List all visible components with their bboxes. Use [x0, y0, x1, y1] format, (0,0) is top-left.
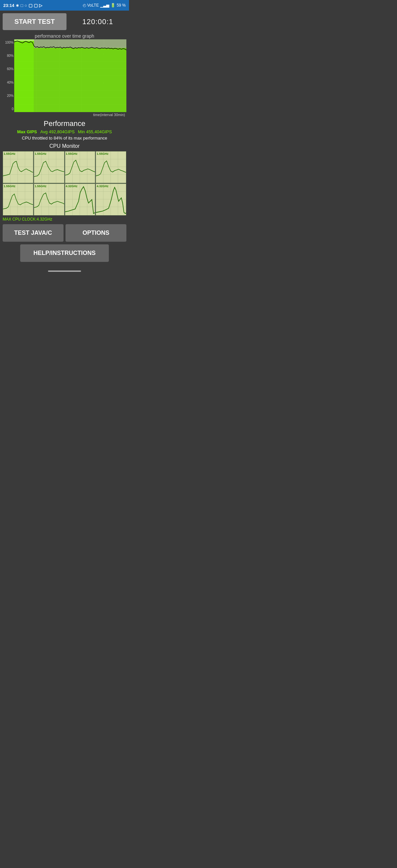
- nfc-icon: ○: [25, 3, 27, 8]
- youtube-icon: ▷: [39, 3, 42, 8]
- nav-indicator: [48, 271, 81, 272]
- instagram2-icon: ▢: [34, 3, 38, 8]
- cpu-cell-1: 1.55GHz: [3, 151, 33, 183]
- perf-avg: Avg 492,804GIPS: [40, 129, 75, 134]
- status-bar: 23:14 ∗ □ ○ ▢ ▢ ▷ ◴ VoLTE ▁▃▅ 🔋 59 %: [0, 0, 129, 10]
- notification-icon: □: [21, 3, 23, 8]
- svg-rect-16: [34, 39, 126, 48]
- perf-metrics: Max GIPS Avg 492,804GIPS Min 455,404GIPS: [3, 129, 126, 134]
- top-row: START TEST 120:00:1: [3, 13, 126, 30]
- cpu-freq-5: 1.55GHz: [4, 185, 16, 188]
- battery-icon: 🔋: [111, 3, 116, 8]
- bluetooth-icon: ∗: [16, 3, 19, 8]
- wifi-icon: ◴: [83, 3, 86, 8]
- cpu-cell-3: 1.55GHz: [65, 151, 95, 183]
- volte-label: VoLTE: [87, 3, 99, 8]
- throttle-text: CPU throttled to 84% of its max performa…: [3, 135, 126, 141]
- bottom-buttons: TEST JAVA/C OPTIONS: [3, 224, 126, 242]
- svg-rect-17: [14, 39, 34, 41]
- cpu-freq-6: 1.55GHz: [35, 185, 47, 188]
- y-label-0: 0: [3, 107, 13, 111]
- cpu-freq-2: 1.55GHz: [35, 152, 47, 155]
- y-label-20: 20%: [3, 94, 13, 97]
- start-test-button[interactable]: START TEST: [3, 13, 66, 30]
- status-right: ◴ VoLTE ▁▃▅ 🔋 59 %: [83, 3, 126, 8]
- timer-display: 120:00:1: [69, 18, 126, 26]
- graph-title: performance over time graph: [3, 33, 126, 39]
- cpu-freq-4: 1.55GHz: [97, 152, 109, 155]
- cpu-cell-4: 1.55GHz: [96, 151, 126, 183]
- bottom-nav: [0, 268, 129, 275]
- help-instructions-button[interactable]: HELP/INSTRUCTIONS: [20, 244, 109, 262]
- perf-max: Max GIPS: [17, 129, 37, 134]
- svg-rect-53: [34, 184, 64, 215]
- status-left: 23:14 ∗ □ ○ ▢ ▢ ▷: [3, 3, 42, 8]
- y-label-100: 100%: [3, 41, 13, 44]
- signal-icon: ▁▃▅: [100, 3, 109, 8]
- svg-rect-15: [34, 48, 126, 112]
- svg-rect-46: [3, 184, 33, 215]
- instagram-icon: ▢: [28, 3, 32, 8]
- performance-graph-svg: [14, 39, 126, 112]
- performance-section: Performance Max GIPS Avg 492,804GIPS Min…: [3, 119, 126, 141]
- cpu-freq-1: 1.55GHz: [4, 152, 16, 155]
- y-axis: 100% 80% 60% 40% 20% 0: [3, 39, 14, 112]
- cpu-cell-7: 4.32GHz: [65, 184, 95, 215]
- cpu-cell-5: 1.55GHz: [3, 184, 33, 215]
- time-label: time(interval 30min): [3, 113, 126, 117]
- y-label-60: 60%: [3, 67, 13, 71]
- cpu-cell-6: 1.55GHz: [34, 184, 64, 215]
- performance-title: Performance: [3, 119, 126, 128]
- cpu-cell-2: 1.55GHz: [34, 151, 64, 183]
- time-display: 23:14: [3, 3, 14, 8]
- max-cpu-clock: MAX CPU CLOCK:4.32GHz: [3, 217, 126, 221]
- cpu-grid: 1.55GHz 1.55GHz: [3, 151, 126, 216]
- test-java-c-button[interactable]: TEST JAVA/C: [3, 224, 63, 242]
- svg-rect-25: [34, 151, 64, 183]
- y-label-80: 80%: [3, 54, 13, 58]
- graph-container: performance over time graph 100% 80% 60%…: [3, 33, 126, 117]
- svg-rect-32: [65, 151, 95, 183]
- options-button[interactable]: OPTIONS: [65, 224, 126, 242]
- y-label-40: 40%: [3, 81, 13, 84]
- graph-area: [14, 39, 126, 112]
- svg-rect-14: [14, 39, 34, 112]
- cpu-cell-8: 4.32GHz: [96, 184, 126, 215]
- cpu-monitor-title: CPU Monitor: [3, 143, 126, 149]
- perf-min: Min 455,404GIPS: [78, 129, 112, 134]
- cpu-freq-7: 4.32GHz: [66, 185, 78, 188]
- svg-rect-39: [96, 151, 126, 183]
- help-btn-row: HELP/INSTRUCTIONS: [3, 244, 126, 262]
- cpu-freq-8: 4.32GHz: [97, 185, 109, 188]
- main-content: START TEST 120:00:1 performance over tim…: [0, 10, 129, 268]
- cpu-freq-3: 1.55GHz: [66, 152, 78, 155]
- battery-percent: 59 %: [117, 3, 126, 8]
- graph-wrapper: 100% 80% 60% 40% 20% 0: [3, 39, 126, 112]
